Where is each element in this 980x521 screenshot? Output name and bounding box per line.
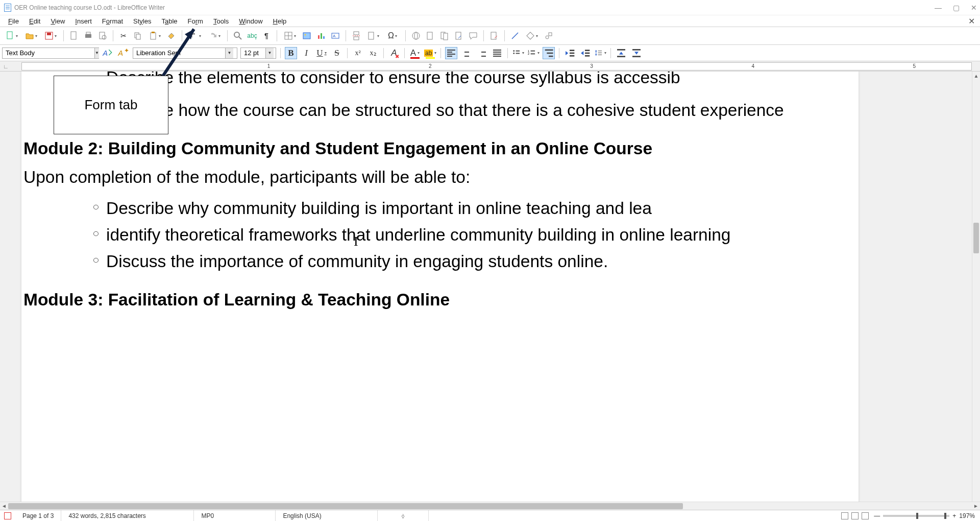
single-page-view-icon[interactable]: [841, 512, 848, 519]
align-justify-button[interactable]: [491, 47, 503, 59]
font-size-combo[interactable]: ▼: [240, 48, 276, 59]
subscript-button[interactable]: x₂: [367, 47, 379, 59]
find-replace-button[interactable]: [232, 30, 244, 42]
decrease-indent-button[interactable]: [579, 47, 591, 59]
list-item-text[interactable]: Discuss the importance of community in e…: [106, 250, 859, 273]
special-char-button[interactable]: Ω: [384, 30, 401, 42]
line-button[interactable]: [509, 30, 521, 42]
menu-table[interactable]: Table: [156, 16, 182, 26]
formatting-marks-button[interactable]: ¶: [260, 30, 273, 42]
menu-view[interactable]: View: [45, 16, 70, 26]
scroll-right-button[interactable]: ►: [972, 503, 980, 509]
zoom-in-button[interactable]: +: [952, 512, 956, 519]
list-item-text[interactable]: identify theoretical frameworks that und…: [106, 224, 859, 246]
update-style-button[interactable]: A: [102, 47, 114, 59]
menu-file[interactable]: File: [3, 16, 24, 26]
hyperlink-button[interactable]: [410, 30, 422, 42]
font-name-input[interactable]: [133, 48, 225, 58]
save-button[interactable]: [42, 30, 59, 42]
numbered-list-button[interactable]: 12: [527, 47, 540, 59]
insert-field-button[interactable]: [364, 30, 382, 42]
menu-help[interactable]: Help: [268, 16, 292, 26]
list-item[interactable]: ○ Describe the elements to consider to e…: [86, 76, 859, 95]
clear-formatting-button[interactable]: A✖: [388, 47, 400, 59]
insert-textbox-button[interactable]: A: [329, 30, 341, 42]
cut-button[interactable]: ✂: [117, 30, 130, 42]
bold-button[interactable]: B: [285, 47, 297, 59]
status-word-count[interactable]: 432 words, 2,815 characters: [61, 510, 194, 521]
close-document-button[interactable]: ✕: [968, 16, 975, 26]
scroll-thumb[interactable]: [8, 503, 683, 509]
align-center-button[interactable]: [460, 47, 473, 59]
menu-format[interactable]: Format: [97, 16, 128, 26]
redo-button[interactable]: [206, 30, 223, 42]
cross-ref-button[interactable]: [453, 30, 465, 42]
copy-button[interactable]: [132, 30, 144, 42]
menu-insert[interactable]: Insert: [70, 16, 97, 26]
basic-shapes-button[interactable]: [523, 30, 541, 42]
page-break-button[interactable]: [350, 30, 362, 42]
track-changes-button[interactable]: [488, 30, 500, 42]
list-item[interactable]: ○ Describe how the course can be structu…: [86, 99, 859, 122]
status-page-style[interactable]: MP0: [194, 510, 276, 521]
spellcheck-button[interactable]: abç: [246, 30, 258, 42]
zoom-slider-knob[interactable]: [944, 513, 946, 519]
status-page[interactable]: Page 1 of 3: [15, 510, 61, 521]
strikethrough-button[interactable]: S: [331, 47, 343, 59]
book-view-icon[interactable]: [862, 512, 869, 519]
vertical-scrollbar[interactable]: ▲ ▼: [972, 72, 980, 510]
comment-button[interactable]: [467, 30, 479, 42]
clone-formatting-button[interactable]: [165, 30, 178, 42]
font-name-combo[interactable]: ▼: [133, 48, 237, 59]
status-language[interactable]: English (USA): [276, 510, 378, 521]
maximize-button[interactable]: ▢: [953, 4, 960, 12]
document-area[interactable]: ○ Describe the elements to consider to e…: [0, 72, 980, 510]
heading-module-3[interactable]: Module 3: Facilitation of Learning & Tea…: [21, 290, 859, 310]
open-button[interactable]: [22, 30, 40, 42]
undo-button[interactable]: [186, 30, 204, 42]
menu-form[interactable]: Form: [183, 16, 208, 26]
paragraph-style-combo[interactable]: ▼: [2, 48, 99, 59]
page[interactable]: ○ Describe the elements to consider to e…: [21, 72, 859, 510]
chevron-down-icon[interactable]: ▼: [265, 48, 274, 58]
menu-tools[interactable]: Tools: [208, 16, 234, 26]
menu-window[interactable]: Window: [234, 16, 267, 26]
new-document-button[interactable]: [3, 30, 20, 42]
insert-image-button[interactable]: [301, 30, 313, 42]
paragraph-style-input[interactable]: [3, 48, 94, 58]
horizontal-ruler[interactable]: ∟ 1 2 3 4 5: [0, 61, 980, 72]
insert-table-button[interactable]: [281, 30, 299, 42]
status-insert-mode[interactable]: ⎀: [378, 510, 429, 521]
insert-chart-button[interactable]: [315, 30, 327, 42]
minimize-button[interactable]: —: [935, 4, 942, 12]
underline-button[interactable]: U: [315, 47, 328, 59]
zoom-percent[interactable]: 197%: [959, 512, 975, 519]
bookmark-button[interactable]: [438, 30, 451, 42]
paste-button[interactable]: [146, 30, 163, 42]
outline-list-button[interactable]: [543, 47, 555, 59]
zoom-slider[interactable]: [883, 515, 949, 517]
export-pdf-button[interactable]: [68, 30, 80, 42]
heading-module-2[interactable]: Module 2: Building Community and Student…: [21, 139, 859, 158]
list-item-text[interactable]: Describe the elements to consider to ens…: [106, 72, 859, 89]
align-left-button[interactable]: [445, 47, 457, 59]
chevron-down-icon[interactable]: ▼: [225, 48, 233, 58]
multi-page-view-icon[interactable]: [851, 512, 859, 519]
line-spacing-button[interactable]: [594, 47, 606, 59]
align-right-button[interactable]: [476, 47, 488, 59]
zoom-out-button[interactable]: —: [874, 512, 880, 519]
list-item-text[interactable]: Describe how the course can be structure…: [106, 99, 859, 122]
paragraph-intro[interactable]: Upon completion of the module, participa…: [21, 168, 859, 187]
draw-functions-button[interactable]: [543, 30, 555, 42]
close-window-button[interactable]: ✕: [971, 4, 977, 12]
list-item[interactable]: ○ Discuss the importance of community in…: [86, 250, 859, 273]
scroll-thumb[interactable]: [973, 223, 979, 253]
scroll-left-button[interactable]: ◄: [0, 503, 8, 509]
footnote-button[interactable]: [424, 30, 436, 42]
list-item[interactable]: ○ identify theoretical frameworks that u…: [86, 224, 859, 246]
font-size-input[interactable]: [241, 48, 265, 58]
list-item[interactable]: ○ Describe why community building is imp…: [86, 197, 859, 220]
increase-indent-button[interactable]: [564, 47, 576, 59]
chevron-down-icon[interactable]: ▼: [94, 48, 99, 58]
scroll-up-button[interactable]: ▲: [972, 72, 980, 80]
